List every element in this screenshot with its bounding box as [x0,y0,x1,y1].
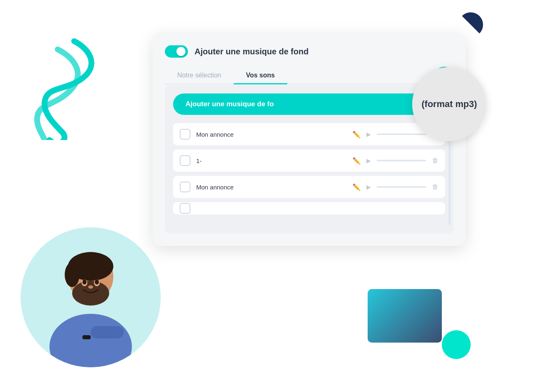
play-icon-1[interactable]: ▶ [366,131,371,138]
svg-point-12 [95,280,99,285]
deco-gradient-rect [368,289,442,343]
tabs-row: Notre sélection Vos sons + [165,68,453,84]
toggle-row: Ajouter une musique de fond [165,45,453,58]
sound-checkbox-4[interactable] [180,203,190,214]
upload-zone[interactable]: Ajouter une musique de fo (format mp3) [173,93,445,115]
tab-notre-selection[interactable]: Notre sélection [165,68,234,84]
sound-name-1: Mon annonce [196,131,347,138]
sound-name-3: Mon annonce [196,184,347,191]
play-icon-2[interactable]: ▶ [366,157,371,164]
delete-icon-3[interactable]: 🗑 [432,183,439,191]
svg-point-11 [82,280,87,285]
format-bubble-container: (format mp3) [412,67,486,141]
deco-teal-circle [442,330,471,359]
svg-rect-7 [91,326,124,338]
toggle-switch[interactable] [165,45,188,58]
progress-bar-2 [377,160,426,161]
sound-row-1: Mon annonce ✏️ ▶ 🗑 [173,123,445,145]
progress-bar-3 [377,186,426,188]
deco-dark-shape [458,12,483,37]
main-card: Ajouter une musique de fond Notre sélect… [152,33,466,246]
svg-point-13 [88,285,93,289]
sound-checkbox-3[interactable] [180,182,190,192]
sound-row-4-partial [173,202,445,215]
format-bubble: (format mp3) [412,67,486,141]
svg-rect-8 [82,335,91,339]
toggle-thumb [176,47,185,56]
upload-zone-text: Ajouter une musique de fo [185,100,274,108]
content-area: Ajouter une musique de fo (format mp3) M… [165,85,453,233]
svg-point-3 [65,262,80,287]
play-icon-3[interactable]: ▶ [366,184,371,190]
avatar [21,227,161,367]
delete-icon-2[interactable]: 🗑 [432,157,439,164]
tab-vos-sons[interactable]: Vos sons [234,68,287,84]
edit-icon-3[interactable]: ✏️ [352,183,361,191]
format-bubble-text: (format mp3) [422,98,477,110]
sound-row-3: Mon annonce ✏️ ▶ 🗑 [173,176,445,198]
sound-name-2: 1- [196,157,347,164]
sound-checkbox-1[interactable] [180,129,190,140]
edit-icon-2[interactable]: ✏️ [352,157,361,165]
sound-row-2: 1- ✏️ ▶ 🗑 [173,149,445,172]
toggle-label: Ajouter une musique de fond [195,47,309,56]
sound-checkbox-2[interactable] [180,155,190,166]
deco-teal-squiggle [25,33,107,140]
edit-icon-1[interactable]: ✏️ [352,131,361,138]
